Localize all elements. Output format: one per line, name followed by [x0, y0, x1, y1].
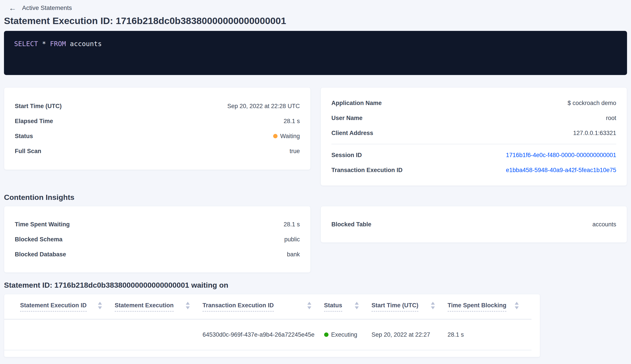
- blocked-database-row: Blocked Database bank: [15, 247, 300, 262]
- client-address-label: Client Address: [332, 130, 373, 136]
- sort-arrows-icon: [307, 302, 311, 309]
- column-header-statement-execution[interactable]: Statement Execution: [115, 302, 202, 312]
- status-row: Status Waiting: [15, 128, 300, 144]
- transaction-execution-id-row: Transaction Execution ID e1bba458-5948-4…: [332, 162, 616, 178]
- full-scan-value: true: [290, 148, 300, 155]
- table-row: 64530d0c-969f-437e-a9b4-26a72245e45e Exe…: [4, 320, 532, 350]
- blocked-database-value: bank: [287, 251, 300, 258]
- card-divider: [332, 144, 616, 144]
- breadcrumb-back-link[interactable]: ← Active Statements: [9, 4, 72, 12]
- status-executing-dot-icon: [324, 332, 328, 337]
- session-id-link[interactable]: 1716b1f6-4e0c-f480-0000-000000000001: [506, 152, 616, 158]
- start-time-value: Sep 20, 2022 at 22:28 UTC: [227, 103, 300, 110]
- blocked-table-label: Blocked Table: [332, 221, 371, 228]
- sql-statement-box: SELECT * FROM accounts: [4, 31, 627, 75]
- overview-cards-row: Start Time (UTC) Sep 20, 2022 at 22:28 U…: [4, 87, 627, 186]
- sql-table-name: accounts: [66, 40, 102, 48]
- full-scan-label: Full Scan: [15, 148, 41, 155]
- blocked-table-row: Blocked Table accounts: [332, 217, 616, 232]
- blocked-table-value: accounts: [592, 221, 616, 228]
- session-id-label: Session ID: [332, 152, 362, 158]
- column-header-time-spent-blocking[interactable]: Time Spent Blocking: [448, 302, 532, 312]
- contention-insights-heading: Contention Insights: [4, 193, 627, 202]
- elapsed-time-row: Elapsed Time 28.1 s: [15, 114, 300, 128]
- elapsed-time-value: 28.1 s: [284, 118, 300, 125]
- cell-start-time: Sep 20, 2022 at 22:27: [372, 331, 448, 338]
- sql-keyword-from: FROM: [50, 40, 66, 48]
- status-label: Status: [15, 133, 33, 140]
- start-time-row: Start Time (UTC) Sep 20, 2022 at 22:28 U…: [15, 98, 300, 114]
- application-name-value: $ cockroach demo: [568, 100, 616, 106]
- contention-cards-row: Time Spent Waiting 28.1 s Blocked Schema…: [4, 206, 627, 273]
- sort-arrows-icon: [355, 302, 359, 309]
- status-text: Waiting: [280, 133, 300, 140]
- blocked-database-label: Blocked Database: [15, 251, 66, 258]
- sql-keyword-select: SELECT: [14, 40, 38, 48]
- cell-time-spent-blocking: 28.1 s: [448, 331, 532, 338]
- time-spent-waiting-row: Time Spent Waiting 28.1 s: [15, 217, 300, 232]
- user-name-row: User Name root: [332, 110, 616, 126]
- client-address-row: Client Address 127.0.0.1:63321: [332, 126, 616, 140]
- status-value: Waiting: [273, 133, 300, 140]
- column-header-statement-execution-id[interactable]: Statement Execution ID: [20, 302, 115, 312]
- sort-arrows-icon: [98, 302, 102, 309]
- table-header: Statement Execution ID Statement Executi…: [4, 294, 532, 320]
- application-name-label: Application Name: [332, 100, 382, 106]
- sort-arrows-icon: [186, 302, 190, 309]
- page-title: Statement Execution ID: 1716b218dc0b3838…: [4, 16, 627, 26]
- start-time-label: Start Time (UTC): [15, 103, 62, 110]
- arrow-left-icon: ←: [9, 4, 16, 12]
- column-header-status[interactable]: Status: [324, 302, 372, 312]
- sql-statement-text: SELECT * FROM accounts: [14, 40, 102, 48]
- waiting-on-table: Statement Execution ID Statement Executi…: [4, 294, 540, 357]
- cell-status-text: Executing: [331, 331, 358, 338]
- time-spent-waiting-label: Time Spent Waiting: [15, 221, 70, 228]
- client-address-value: 127.0.0.1:63321: [573, 130, 616, 136]
- blocked-schema-label: Blocked Schema: [15, 236, 62, 243]
- cell-status: Executing: [324, 331, 372, 338]
- session-info-card: Application Name $ cockroach demo User N…: [320, 87, 627, 186]
- column-header-transaction-execution-id[interactable]: Transaction Execution ID: [202, 302, 324, 312]
- status-waiting-dot-icon: [273, 134, 278, 138]
- full-scan-row: Full Scan true: [15, 144, 300, 158]
- sql-star: *: [38, 40, 50, 48]
- cell-transaction-execution-id: 64530d0c-969f-437e-a9b4-26a72245e45e: [202, 331, 324, 338]
- sort-arrows-icon: [431, 302, 435, 309]
- user-name-value: root: [606, 115, 616, 122]
- blocked-table-card: Blocked Table accounts: [320, 206, 627, 243]
- transaction-execution-id-label: Transaction Execution ID: [332, 167, 403, 174]
- blocked-schema-row: Blocked Schema public: [15, 232, 300, 247]
- transaction-execution-id-link[interactable]: e1bba458-5948-40a9-a42f-5feac1b10e75: [506, 167, 616, 174]
- execution-overview-card: Start Time (UTC) Sep 20, 2022 at 22:28 U…: [4, 87, 311, 170]
- statement-execution-details-page: ← Active Statements Statement Execution …: [0, 4, 631, 364]
- sort-arrows-icon: [515, 302, 519, 309]
- breadcrumb-label: Active Statements: [22, 4, 72, 12]
- session-id-row: Session ID 1716b1f6-4e0c-f480-0000-00000…: [332, 148, 616, 162]
- waiting-on-heading: Statement ID: 1716b218dc0b38380000000000…: [4, 280, 627, 290]
- time-spent-waiting-value: 28.1 s: [284, 221, 300, 228]
- column-header-start-time[interactable]: Start Time (UTC): [372, 302, 448, 312]
- blocked-schema-value: public: [284, 236, 300, 243]
- elapsed-time-label: Elapsed Time: [15, 118, 53, 125]
- user-name-label: User Name: [332, 115, 362, 122]
- application-name-row: Application Name $ cockroach demo: [332, 96, 616, 110]
- contention-details-card: Time Spent Waiting 28.1 s Blocked Schema…: [4, 206, 311, 273]
